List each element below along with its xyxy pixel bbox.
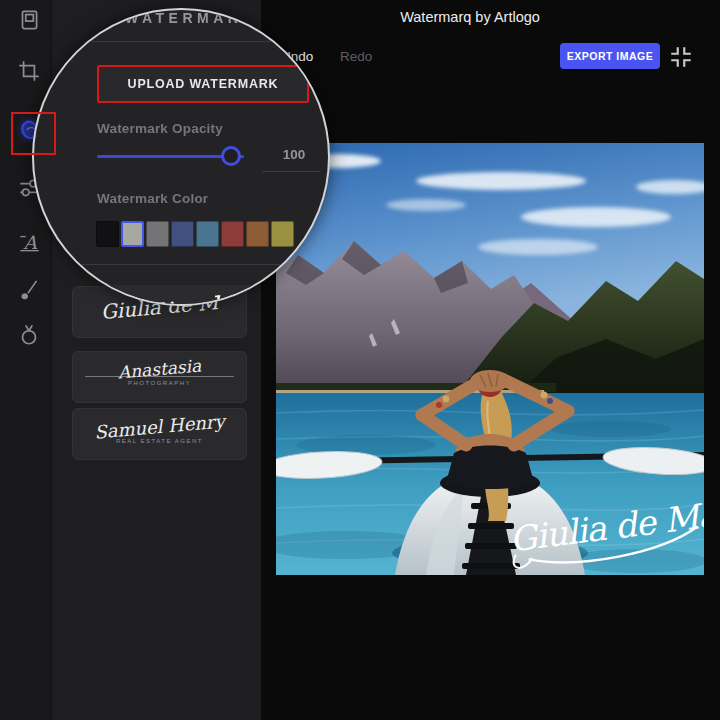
- page-title: Watermarq by Artlogo: [300, 9, 640, 25]
- color-swatch-blue[interactable]: [171, 221, 194, 247]
- ink-flask-icon: [16, 321, 42, 351]
- opacity-label: Watermark Opacity: [97, 121, 223, 136]
- svg-text:A: A: [23, 232, 38, 253]
- crop-icon: [16, 58, 42, 88]
- opacity-slider-knob[interactable]: [221, 146, 241, 166]
- color-swatch-teal[interactable]: [196, 221, 219, 247]
- color-swatch-brown[interactable]: [246, 221, 269, 247]
- opacity-value[interactable]: 100: [263, 147, 325, 162]
- collapse-view-button[interactable]: [668, 44, 694, 70]
- image-icon: [16, 7, 42, 37]
- opacity-value-underline: [262, 171, 320, 172]
- app-window: A Giulia de M Ana: [0, 0, 720, 720]
- divider: [62, 41, 320, 42]
- signature-option-samuel[interactable]: Samuel Henry REAL ESTATE AGENT: [72, 408, 247, 460]
- magnifier-loupe: WATERMARK UPLOAD WATERMARK Watermark Opa…: [32, 8, 330, 306]
- annotation-watermark-tool-highlight: [11, 112, 56, 155]
- color-swatch-light-gray[interactable]: [121, 221, 144, 247]
- divider: [62, 264, 320, 265]
- sidebar-item-crop[interactable]: [15, 59, 43, 87]
- collapse-icon: [668, 56, 694, 73]
- text-icon: A: [16, 229, 42, 259]
- swatch-row: [96, 221, 294, 247]
- color-swatch-black[interactable]: [96, 221, 119, 247]
- color-label: Watermark Color: [97, 191, 208, 206]
- kayak-lake-photo: Giulia de Marco: [276, 143, 704, 575]
- canvas-photo[interactable]: Giulia de Marco: [276, 143, 704, 575]
- sidebar-item-text[interactable]: A: [15, 230, 43, 258]
- signature-option-anastasia[interactable]: Anastasia PHOTOGRAPHY: [72, 351, 247, 403]
- brush-icon: [16, 276, 42, 306]
- color-swatch-olive[interactable]: [271, 221, 294, 247]
- export-image-button[interactable]: EXPORT IMAGE: [560, 43, 660, 69]
- color-swatch-gray[interactable]: [146, 221, 169, 247]
- color-swatch-red[interactable]: [221, 221, 244, 247]
- sidebar-item-image[interactable]: [15, 8, 43, 36]
- sidebar-item-color[interactable]: [15, 322, 43, 350]
- redo-button[interactable]: Redo: [340, 49, 372, 64]
- sidebar-item-draw[interactable]: [15, 277, 43, 305]
- upload-watermark-button[interactable]: UPLOAD WATERMARK: [97, 65, 309, 103]
